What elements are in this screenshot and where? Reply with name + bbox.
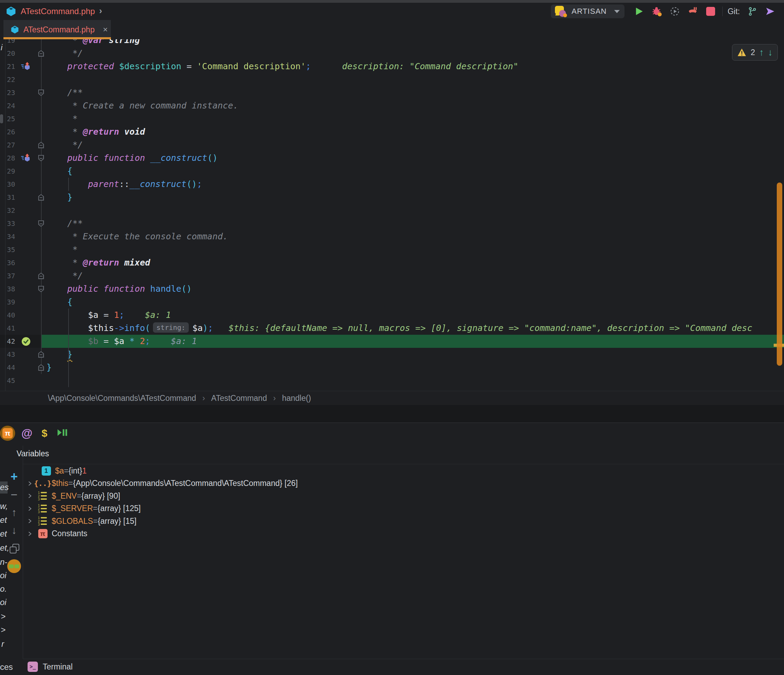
gutter-icon-slot[interactable] xyxy=(19,60,33,73)
chevron-right-icon[interactable] xyxy=(27,531,33,537)
fold-marker-icon[interactable] xyxy=(38,155,44,162)
code-line[interactable]: 45 xyxy=(0,374,784,387)
fold-marker-icon[interactable] xyxy=(38,364,44,371)
code-line[interactable]: 44} xyxy=(0,361,784,374)
show-watches-button[interactable] xyxy=(6,557,23,575)
fold-marker-icon[interactable] xyxy=(38,90,44,96)
fold-marker-icon[interactable] xyxy=(38,194,44,201)
code-line[interactable]: 38 public function handle() xyxy=(0,282,784,296)
stop-button[interactable] xyxy=(702,5,720,18)
expand-chevron-icon[interactable] xyxy=(27,481,33,486)
code-line[interactable]: 29 { xyxy=(0,165,784,178)
breadcrumb-item[interactable]: handle() xyxy=(282,393,311,403)
chevron-right-icon[interactable] xyxy=(27,518,33,524)
code-text[interactable]: public function __construct() xyxy=(47,151,784,165)
code-line[interactable]: 19 * @var string xyxy=(0,39,784,47)
variable-row[interactable]: 123$_SERVER = {array} [125] xyxy=(23,502,784,515)
code-text[interactable]: $this->info(string:$a); $this: {defaultN… xyxy=(47,322,784,335)
code-text[interactable]: { xyxy=(47,296,784,309)
expand-chevron-icon[interactable] xyxy=(27,493,33,499)
code-line[interactable]: 40 $a = 1; $a: 1 xyxy=(0,309,784,322)
code-text[interactable]: public function handle() xyxy=(47,282,784,296)
breadcrumb-item[interactable]: ATestCommand xyxy=(211,393,267,403)
header-file-name[interactable]: ATestCommand.php xyxy=(21,6,95,16)
code-line[interactable]: 28 public function __construct() xyxy=(0,151,784,165)
resume-pause-icon[interactable] xyxy=(53,428,72,438)
fold-marker-slot[interactable] xyxy=(36,138,46,151)
close-icon[interactable]: × xyxy=(103,25,108,34)
code-line[interactable]: 42 $b = $a * 2; $a: 1 xyxy=(0,335,784,348)
fold-marker-icon[interactable] xyxy=(38,351,44,358)
code-text[interactable]: { xyxy=(47,165,784,178)
variable-row[interactable]: {..}$this = {App\Console\Commands\ATestC… xyxy=(23,477,784,490)
next-warning-arrow-icon[interactable]: ↓ xyxy=(768,47,773,58)
code-text[interactable]: * xyxy=(47,112,784,125)
gutter-icon-slot[interactable] xyxy=(19,151,33,165)
fold-marker-slot[interactable] xyxy=(36,217,46,230)
code-text[interactable]: } xyxy=(47,348,784,361)
code-text[interactable]: /** xyxy=(47,217,784,230)
terminal-tool-button[interactable]: >_ Terminal xyxy=(28,662,73,672)
chevron-right-icon[interactable] xyxy=(27,506,33,512)
dollar-filter-icon[interactable]: $ xyxy=(36,428,53,439)
fold-marker-slot[interactable] xyxy=(36,151,46,165)
scrollbar-thumb[interactable] xyxy=(777,182,782,366)
code-line[interactable]: 23 /** xyxy=(0,86,784,99)
expand-chevron-icon[interactable] xyxy=(27,518,33,524)
git-branch-button[interactable] xyxy=(744,5,761,18)
code-text[interactable]: } xyxy=(47,191,784,204)
variable-row[interactable]: πConstants xyxy=(23,527,784,540)
fold-marker-icon[interactable] xyxy=(38,221,44,227)
fold-marker-slot[interactable] xyxy=(36,86,46,99)
code-line[interactable]: 24 * Create a new command instance. xyxy=(0,99,784,112)
code-text[interactable]: */ xyxy=(47,269,784,282)
chevron-right-icon[interactable] xyxy=(27,493,33,499)
code-text[interactable]: /** xyxy=(47,86,784,99)
phone-listen-debug-button[interactable] xyxy=(684,5,702,18)
code-text[interactable]: $a = 1; $a: 1 xyxy=(47,309,784,322)
code-line[interactable]: 27 */ xyxy=(0,138,784,151)
code-line[interactable]: 25 * xyxy=(0,112,784,125)
code-line[interactable]: 34 * Execute the console command. xyxy=(0,230,784,243)
code-text[interactable]: protected $description = 'Command descri… xyxy=(47,60,784,73)
code-text[interactable]: * @return void xyxy=(47,125,784,138)
code-line[interactable]: 41 $this->info(string:$a); $this: {defau… xyxy=(0,322,784,335)
move-up-button[interactable]: ↑ xyxy=(6,504,23,521)
fold-marker-slot[interactable] xyxy=(36,191,46,204)
profile-button[interactable] xyxy=(666,5,684,18)
code-line[interactable]: 43 } xyxy=(0,348,784,361)
debug-button[interactable] xyxy=(648,5,666,18)
code-line[interactable]: 22 xyxy=(0,73,784,86)
fold-marker-slot[interactable] xyxy=(36,348,46,361)
code-line[interactable]: 33 /** xyxy=(0,217,784,230)
fold-marker-slot[interactable] xyxy=(36,269,46,282)
move-down-button[interactable]: ↓ xyxy=(6,521,23,539)
code-text[interactable]: */ xyxy=(47,138,784,151)
fold-marker-icon[interactable] xyxy=(38,142,44,148)
run-configuration-select[interactable]: ARTISAN xyxy=(551,5,624,18)
fold-marker-icon[interactable] xyxy=(38,286,44,292)
code-text[interactable]: * @return mixed xyxy=(47,256,784,269)
expand-chevron-icon[interactable] xyxy=(27,506,33,512)
chevron-right-icon[interactable] xyxy=(27,481,33,486)
code-text[interactable]: * @var string xyxy=(47,39,784,47)
at-filter-icon[interactable]: @ xyxy=(18,427,36,440)
fold-marker-icon[interactable] xyxy=(38,273,44,279)
push-commit-button[interactable] xyxy=(761,5,779,18)
inspections-widget[interactable]: 2 ↑ ↓ xyxy=(732,44,778,61)
variable-row[interactable]: 123$_ENV = {array} [90] xyxy=(23,490,784,502)
code-line[interactable]: 32 xyxy=(0,204,784,217)
code-line[interactable]: 39 { xyxy=(0,296,784,309)
prev-warning-arrow-icon[interactable]: ↑ xyxy=(759,47,764,58)
code-line[interactable]: 37 */ xyxy=(0,269,784,282)
code-line[interactable]: 26 * @return void xyxy=(0,125,784,138)
code-text[interactable]: $b = $a * 2; $a: 1 xyxy=(47,335,784,348)
code-line[interactable]: 30 parent::__construct(); xyxy=(0,178,784,191)
gutter-icon-slot[interactable] xyxy=(19,335,33,348)
code-line[interactable]: 21 protected $description = 'Command des… xyxy=(0,60,784,73)
header-breadcrumb[interactable]: ATestCommand.php › xyxy=(0,6,102,17)
code-text[interactable]: * xyxy=(47,243,784,256)
breadcrumb-item[interactable]: \App\Console\Commands\ATestCommand xyxy=(48,393,196,403)
code-line[interactable]: 31 } xyxy=(0,191,784,204)
fold-marker-icon[interactable] xyxy=(38,50,44,57)
